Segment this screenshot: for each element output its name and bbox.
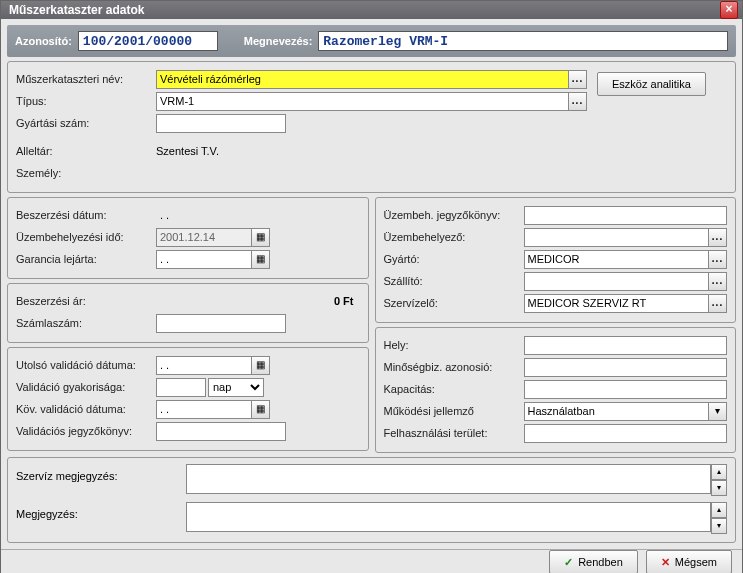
gyarto-label: Gyártó: xyxy=(384,253,524,265)
garancia-date-button[interactable]: ▦ xyxy=(252,250,270,269)
kapacitas-input[interactable] xyxy=(524,380,728,399)
szerviz-input[interactable] xyxy=(524,294,710,313)
main-fieldset: Műszerkataszteri név: Típus: xyxy=(7,61,736,193)
memo-group: Szervíz megjegyzés: ▴ ▾ Megjegyzés: ▴ ▾ xyxy=(7,457,736,543)
scroll-down-button[interactable]: ▾ xyxy=(711,518,727,534)
szallito-label: Szállító: xyxy=(384,275,524,287)
utolso-valid-label: Utolsó validáció dátuma: xyxy=(16,359,156,371)
szamlaszam-input[interactable] xyxy=(156,314,286,333)
szallito-input[interactable] xyxy=(524,272,710,291)
szallito-picker-button[interactable] xyxy=(709,272,727,291)
validation-group: Utolsó validáció dátuma: ▦ Validáció gya… xyxy=(7,347,369,451)
szamlaszam-label: Számlaszám: xyxy=(16,317,156,329)
szerviz-picker-button[interactable] xyxy=(709,294,727,313)
minoseg-label: Minőségbiz. azonosió: xyxy=(384,361,524,373)
uzembe-picker-button[interactable] xyxy=(709,228,727,247)
window-title: Műszerkataszter adatok xyxy=(9,3,720,17)
uzem-jegy-input[interactable] xyxy=(524,206,728,225)
uzem-ido-label: Üzembehelyezési idő: xyxy=(16,231,156,243)
besz-datum-label: Beszerzési dátum: xyxy=(16,209,156,221)
mukodesi-label: Működési jellemző xyxy=(384,405,524,417)
uzem-jegy-label: Üzembeh. jegyzőkönyv: xyxy=(384,209,524,221)
uzembe-label: Üzembehelyező: xyxy=(384,231,524,243)
kat-nev-input[interactable] xyxy=(156,70,569,89)
szerviz-megj-textarea[interactable] xyxy=(186,464,711,494)
ok-button[interactable]: ✓ Rendben xyxy=(549,550,638,573)
besz-ar-label: Beszerzési ár: xyxy=(16,295,156,307)
uzem-ido-date-button[interactable]: ▦ xyxy=(252,228,270,247)
valid-jegy-label: Validációs jegyzőkönyv: xyxy=(16,425,156,437)
name-input[interactable] xyxy=(318,31,728,51)
megj-label: Megjegyzés: xyxy=(16,502,186,520)
footer: ✓ Rendben ✕ Mégsem xyxy=(1,549,742,573)
utolso-valid-date-button[interactable]: ▦ xyxy=(252,356,270,375)
garancia-input[interactable] xyxy=(156,250,252,269)
tipus-picker-button[interactable] xyxy=(569,92,587,111)
kapacitas-label: Kapacitás: xyxy=(384,383,524,395)
uzem-ido-input xyxy=(156,228,252,247)
gyartasi-input[interactable] xyxy=(156,114,286,133)
name-label: Megnevezés: xyxy=(244,35,312,47)
x-icon: ✕ xyxy=(661,556,670,569)
alleltar-value: Szentesi T.V. xyxy=(156,145,587,157)
eszkoz-analitika-button[interactable]: Eszköz analitika xyxy=(597,72,706,96)
calendar-icon: ▦ xyxy=(256,403,265,414)
kov-valid-label: Köv. validáció dátuma: xyxy=(16,403,156,415)
header-band: Azonosító: Megnevezés: xyxy=(7,25,736,57)
acquisition-group-2: Beszerzési ár: 0 Ft Számlaszám: xyxy=(7,283,369,343)
scroll-up-button[interactable]: ▴ xyxy=(711,464,727,480)
mukodesi-dropdown-button[interactable] xyxy=(709,402,727,421)
id-input[interactable] xyxy=(78,31,218,51)
besz-ar-value: 0 Ft xyxy=(156,295,360,307)
garancia-label: Garancia lejárta: xyxy=(16,253,156,265)
felh-label: Felhasználási terület: xyxy=(384,427,524,439)
tipus-label: Típus: xyxy=(16,95,156,107)
felh-input[interactable] xyxy=(524,424,728,443)
titlebar: Műszerkataszter adatok × xyxy=(1,1,742,19)
acquisition-group-1: Beszerzési dátum: . . Üzembehelyezési id… xyxy=(7,197,369,279)
scroll-up-button[interactable]: ▴ xyxy=(711,502,727,518)
szerviz-megj-label: Szervíz megjegyzés: xyxy=(16,464,186,482)
gyarto-input[interactable] xyxy=(524,250,710,269)
megj-textarea[interactable] xyxy=(186,502,711,532)
cancel-button[interactable]: ✕ Mégsem xyxy=(646,550,732,573)
szemely-label: Személy: xyxy=(16,167,156,179)
calendar-icon: ▦ xyxy=(256,253,265,264)
hely-input[interactable] xyxy=(524,336,728,355)
calendar-icon: ▦ xyxy=(256,359,265,370)
valid-gyak-input[interactable] xyxy=(156,378,206,397)
minoseg-input[interactable] xyxy=(524,358,728,377)
calendar-icon: ▦ xyxy=(256,231,265,242)
uzembe-input[interactable] xyxy=(524,228,710,247)
besz-datum-value: . . xyxy=(156,209,360,221)
valid-gyak-unit-select[interactable]: nap xyxy=(208,378,264,397)
supplier-group: Üzembeh. jegyzőkönyv: Üzembehelyező: Gyá… xyxy=(375,197,737,323)
gyartasi-label: Gyártási szám: xyxy=(16,117,156,129)
hely-label: Hely: xyxy=(384,339,524,351)
location-group: Hely: Minőségbiz. azonosió: Kapacitás: M… xyxy=(375,327,737,453)
valid-gyak-label: Validáció gyakorisága: xyxy=(16,381,156,393)
alleltar-label: Alleltár: xyxy=(16,145,156,157)
tipus-input[interactable] xyxy=(156,92,569,111)
gyarto-picker-button[interactable] xyxy=(709,250,727,269)
utolso-valid-input[interactable] xyxy=(156,356,252,375)
kov-valid-input[interactable] xyxy=(156,400,252,419)
id-label: Azonosító: xyxy=(15,35,72,47)
kov-valid-date-button[interactable]: ▦ xyxy=(252,400,270,419)
mukodesi-input[interactable] xyxy=(524,402,710,421)
content-area: Azonosító: Megnevezés: Műszerkataszteri … xyxy=(1,19,742,549)
kat-nev-picker-button[interactable] xyxy=(569,70,587,89)
check-icon: ✓ xyxy=(564,556,573,569)
scroll-down-button[interactable]: ▾ xyxy=(711,480,727,496)
dialog-window: Műszerkataszter adatok × Azonosító: Megn… xyxy=(0,0,743,573)
szerviz-label: Szervízelő: xyxy=(384,297,524,309)
close-icon[interactable]: × xyxy=(720,1,738,19)
kat-nev-label: Műszerkataszteri név: xyxy=(16,73,156,85)
valid-jegy-input[interactable] xyxy=(156,422,286,441)
